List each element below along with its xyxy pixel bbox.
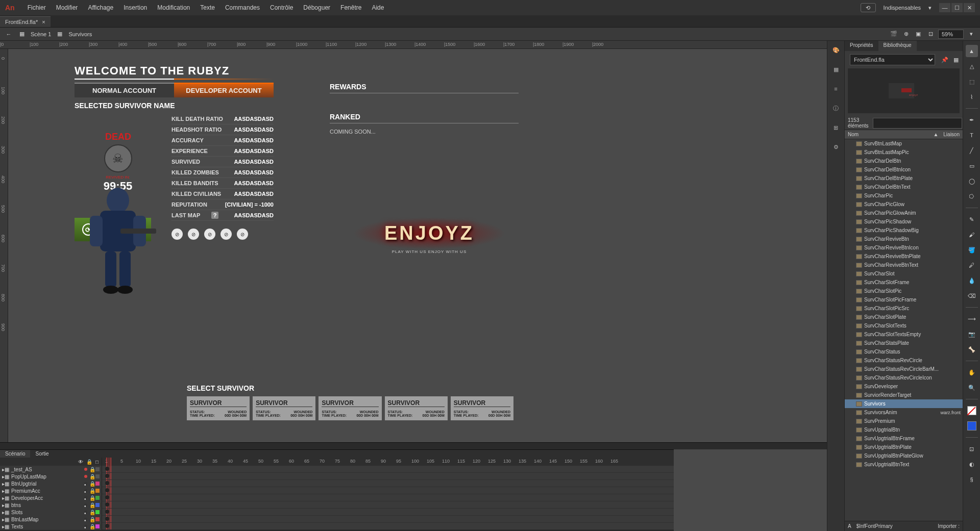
library-item[interactable]: SurvCharSlotTextsEmpty — [845, 330, 963, 339]
library-item[interactable]: SurvPremium — [845, 417, 963, 425]
library-item[interactable]: SurvCharSlotTexts — [845, 321, 963, 330]
timeline-layer[interactable]: ▸▦BtnUpgtrial•🔒 — [0, 480, 102, 487]
library-search-input[interactable] — [873, 118, 962, 129]
snap-tool-icon[interactable]: ⊡ — [966, 443, 978, 455]
ink-bottle-tool-icon[interactable]: 🖋 — [966, 259, 978, 271]
library-item[interactable]: SurvCharSlotPicSrc — [845, 304, 963, 313]
layer-visibility-icon[interactable]: • — [84, 482, 87, 485]
library-item[interactable]: SurvCharStatsPlate — [845, 339, 963, 347]
eyedropper-tool-icon[interactable]: 💧 — [966, 274, 978, 287]
library-item[interactable]: SurvCharDelBtnPlate — [845, 174, 963, 183]
menu-help[interactable]: Aide — [366, 4, 389, 11]
keyframe-icon[interactable] — [105, 488, 109, 492]
transform-panel-icon[interactable]: ⊞ — [831, 122, 841, 133]
keyframe-icon[interactable] — [105, 481, 109, 485]
library-item[interactable]: SurvCharPicGlow — [845, 200, 963, 209]
timeline-track[interactable] — [102, 516, 674, 523]
library-item[interactable]: SurvCharPicShadowBig — [845, 226, 963, 235]
library-item[interactable]: SurvCharReviveBtnText — [845, 261, 963, 269]
timeline-frames[interactable]: 1510152025303540455055606570758085909510… — [102, 458, 674, 530]
layer-visibility-icon[interactable] — [84, 475, 87, 478]
library-item[interactable]: SurvCharReviveBtn — [845, 235, 963, 243]
clapboard-icon[interactable]: 🎬 — [889, 30, 898, 39]
library-item[interactable]: SurvivorsAnimwarz.front — [845, 408, 963, 417]
survivor-slot[interactable]: SURVIVORSTATUS:WOUNDEDTIME PLAYED:00D 00… — [385, 396, 448, 420]
layer-lock-icon[interactable]: 🔒 — [89, 524, 93, 529]
menu-window[interactable]: Fenêtre — [335, 4, 366, 11]
free-transform-tool-icon[interactable]: ⬚ — [966, 75, 978, 88]
layer-outline-icon[interactable] — [95, 489, 100, 493]
library-col-name[interactable]: Nom — [848, 132, 933, 137]
bone-tool-icon[interactable]: 🦴 — [966, 343, 978, 356]
timeline-track[interactable] — [102, 523, 674, 530]
timeline-layer[interactable]: ▸▦DeveloperAcc•🔒 — [0, 494, 102, 501]
library-item[interactable]: SurvCharSlotPlate — [845, 313, 963, 321]
library-item[interactable]: SurvUpgtrialBtnFrame — [845, 434, 963, 443]
library-item[interactable]: SurvCharPicShadow — [845, 217, 963, 226]
components-panel-icon[interactable]: ⚙ — [831, 142, 841, 152]
oval-tool-icon[interactable]: ◯ — [966, 175, 978, 187]
tab-output[interactable]: Sortie — [30, 450, 54, 458]
layer-outline-icon[interactable] — [95, 482, 100, 486]
layer-outline-icon[interactable] — [95, 474, 100, 478]
menu-view[interactable]: Affichage — [83, 4, 118, 11]
menu-insert[interactable]: Insertion — [118, 4, 152, 11]
menu-edit[interactable]: Modifier — [51, 4, 83, 11]
timeline-layer[interactable]: ▸▦BtnLastMap•🔒 — [0, 516, 102, 523]
canvas-horizontal-scrollbar[interactable] — [0, 442, 827, 449]
layer-outline-icon[interactable] — [95, 524, 100, 528]
layer-outline-icon[interactable] — [95, 496, 100, 500]
zoom-input[interactable] — [938, 30, 964, 39]
survivor-slot[interactable]: SURVIVORSTATUS:WOUNDEDTIME PLAYED:00D 00… — [253, 396, 315, 420]
zoom-tool-icon[interactable]: 🔍 — [966, 382, 978, 394]
library-item[interactable]: SurvUpgtrialBtnPlate — [845, 443, 963, 451]
layer-visibility-icon[interactable]: • — [84, 525, 87, 528]
keyframe-icon[interactable] — [105, 474, 109, 478]
timeline-layer[interactable]: ▸▦_test_AS🔒 — [0, 466, 102, 473]
timeline-track[interactable] — [102, 487, 674, 494]
keyframe-icon[interactable] — [105, 510, 109, 514]
rectangle-tool-icon[interactable]: ▭ — [966, 160, 978, 172]
stage-canvas[interactable]: Welcome to the RubyZ Normal Account Deve… — [8, 49, 827, 442]
layer-lock-icon[interactable]: 🔒 — [89, 510, 93, 515]
layer-outline-icon[interactable] — [95, 510, 100, 514]
outline-header-icon[interactable]: □ — [95, 459, 99, 465]
workspace-chevron-icon[interactable]: ▾ — [928, 5, 932, 11]
skill-slot-icon[interactable]: ⊘ — [220, 229, 232, 240]
tab-developer-account[interactable]: Developer Account — [174, 83, 274, 97]
skill-slot-icon[interactable]: ⊘ — [172, 229, 183, 240]
breadcrumb-scene[interactable]: Scène 1 — [31, 31, 51, 37]
fill-color-swatch[interactable] — [966, 420, 978, 432]
paint-bucket-tool-icon[interactable]: 🪣 — [966, 244, 978, 256]
library-item[interactable]: SurvUpgtrialBtnPlateGlow — [845, 451, 963, 460]
library-item[interactable]: SurvCharSlotPicFrame — [845, 295, 963, 304]
keyframe-icon[interactable] — [105, 502, 109, 507]
pin-library-icon[interactable]: 📌 — [940, 55, 949, 64]
workspace-switcher[interactable]: Indispensables — [884, 5, 921, 11]
timeline-track[interactable] — [102, 494, 674, 501]
skill-slot-icon[interactable]: ⊘ — [188, 229, 199, 240]
tab-library[interactable]: Bibliothèque — [878, 41, 917, 51]
tab-scenario[interactable]: Scénario — [0, 450, 30, 458]
survivor-slot[interactable]: SURVIVORSTATUS:WOUNDEDTIME PLAYED:00D 00… — [318, 396, 381, 420]
library-item[interactable]: SurvCharSlotPic — [845, 287, 963, 295]
library-sort-icon[interactable]: ▲ — [933, 132, 938, 137]
library-item[interactable]: SurvCharPicGlowAnim — [845, 209, 963, 217]
timeline-track[interactable] — [102, 466, 674, 473]
library-item[interactable]: SurvCharStatusRevCircleBarM... — [845, 365, 963, 373]
layer-visibility-icon[interactable]: • — [84, 518, 87, 521]
stroke-color-swatch[interactable] — [966, 404, 978, 417]
keyframe-icon[interactable] — [105, 524, 109, 528]
library-file-select[interactable]: FrontEnd.fla — [850, 54, 935, 65]
layer-visibility-icon[interactable] — [84, 468, 87, 471]
layer-lock-icon[interactable]: 🔒 — [89, 517, 93, 522]
library-col-linkage[interactable]: Liaison — [943, 132, 960, 137]
layer-lock-icon[interactable]: 🔒 — [89, 488, 93, 494]
center-stage-icon[interactable]: ⊕ — [901, 30, 911, 39]
layer-lock-icon[interactable]: 🔒 — [89, 481, 93, 487]
width-tool-icon[interactable]: ⟶ — [966, 313, 978, 325]
library-item[interactable]: SurvCharReviveBtnIcon — [845, 243, 963, 252]
layer-visibility-icon[interactable]: • — [84, 496, 87, 499]
timeline-layer[interactable]: ▸▦PremiumAcc•🔒 — [0, 487, 102, 494]
option-tool-icon[interactable]: ◐ — [966, 458, 978, 470]
